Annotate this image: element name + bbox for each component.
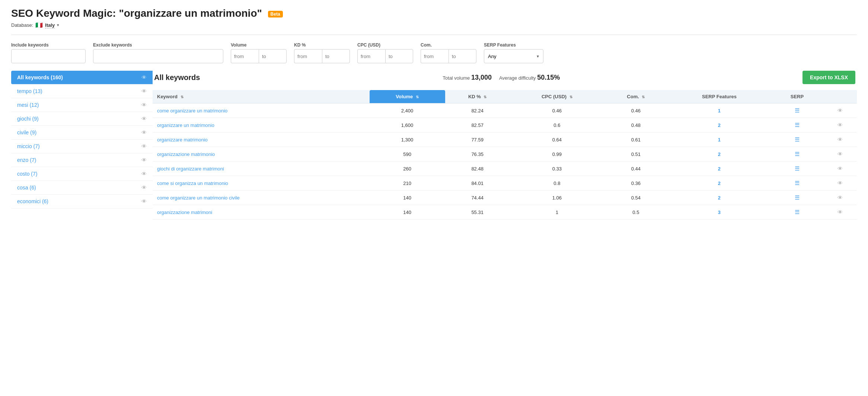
serp-count[interactable]: 3 <box>718 210 721 215</box>
kd-to-input[interactable] <box>322 49 350 63</box>
kd-cell: 82.48 <box>445 162 510 176</box>
col-volume[interactable]: Volume ⇅ <box>370 90 445 103</box>
table-row: organizzare matrimonio 1,300 77.59 0.64 … <box>153 132 857 147</box>
title-prefix: SEO Keyword Magic: <box>11 7 119 19</box>
keyword-link[interactable]: organizzare matrimonio <box>157 137 208 143</box>
keyword-link[interactable]: organizzare un matrimonio <box>157 122 214 128</box>
keyword-link[interactable]: organizzazione matrimonio <box>157 151 215 157</box>
eye-cell: 👁 <box>823 162 857 176</box>
volume-cell: 140 <box>370 205 445 220</box>
volume-cell: 1,300 <box>370 132 445 147</box>
volume-from-input[interactable] <box>231 49 259 63</box>
com-from-input[interactable] <box>421 49 449 63</box>
serp-icon-cell: ☰ <box>771 205 823 220</box>
eye-cell: 👁 <box>823 176 857 191</box>
table-body: come organizzare un matrimonio 2,400 82.… <box>153 103 857 220</box>
sidebar-miccio-label: miccio (7) <box>17 143 40 149</box>
beta-badge: Beta <box>268 11 283 17</box>
eye-cell: 👁 <box>823 205 857 220</box>
cpc-cell: 0.33 <box>510 162 604 176</box>
sidebar-item-enzo[interactable]: enzo (7) 👁 <box>11 153 153 167</box>
include-keywords-label: Include keywords <box>11 42 86 48</box>
com-label: Com. <box>421 42 476 48</box>
volume-range <box>231 49 287 63</box>
col-com[interactable]: Com. ⇅ <box>604 90 668 103</box>
exclude-keywords-input[interactable] <box>93 49 223 63</box>
volume-group: Volume <box>231 42 287 63</box>
cpc-to-input[interactable] <box>385 49 413 63</box>
eye-icon: 👁 <box>141 74 147 80</box>
eye-icon: 👁 <box>141 143 147 149</box>
table-icon[interactable]: ☰ <box>795 136 800 143</box>
table-icon[interactable]: ☰ <box>795 151 800 157</box>
serp-count[interactable]: 2 <box>718 122 721 128</box>
database-selector[interactable]: Italy <box>45 22 55 28</box>
sidebar-item-miccio[interactable]: miccio (7) 👁 <box>11 140 153 153</box>
serp-features-cell: 1 <box>668 103 771 118</box>
sort-arrows-icon: ⇅ <box>642 95 645 99</box>
table-icon[interactable]: ☰ <box>795 194 800 201</box>
eye-icon[interactable]: 👁 <box>837 195 843 201</box>
serp-count[interactable]: 1 <box>718 108 721 114</box>
sidebar-item-tempo[interactable]: tempo (13) 👁 <box>11 84 153 98</box>
com-cell: 0.51 <box>604 147 668 162</box>
sidebar-item-civile[interactable]: civile (9) 👁 <box>11 126 153 140</box>
keyword-link[interactable]: organizzazione matrimoni <box>157 210 212 215</box>
com-cell: 0.36 <box>604 176 668 191</box>
serp-features-select[interactable]: Any Reviews Featured Snippet Image Pack … <box>484 49 543 63</box>
keywords-area: All keywords Total volume 13,000 Average… <box>153 71 857 220</box>
keyword-link[interactable]: giochi di organizzare matrimoni <box>157 166 224 172</box>
serp-icon-cell: ☰ <box>771 176 823 191</box>
database-label: Database: <box>11 22 33 28</box>
eye-icon[interactable]: 👁 <box>837 108 843 114</box>
col-kd[interactable]: KD % ⇅ <box>445 90 510 103</box>
eye-icon[interactable]: 👁 <box>837 209 843 215</box>
eye-icon[interactable]: 👁 <box>837 151 843 157</box>
sidebar-item-giochi[interactable]: giochi (9) 👁 <box>11 112 153 126</box>
volume-cell: 590 <box>370 147 445 162</box>
sidebar-item-economici[interactable]: economici (6) 👁 <box>11 195 153 208</box>
keyword-cell: organizzazione matrimonio <box>153 147 370 162</box>
table-row: organizzazione matrimonio 590 76.35 0.99… <box>153 147 857 162</box>
serp-count[interactable]: 2 <box>718 151 721 157</box>
sidebar-item-mesi[interactable]: mesi (12) 👁 <box>11 98 153 112</box>
eye-icon[interactable]: 👁 <box>837 180 843 186</box>
kd-from-input[interactable] <box>294 49 322 63</box>
keyword-link[interactable]: come organizzare un matrimonio <box>157 108 227 114</box>
serp-count[interactable]: 2 <box>718 181 721 186</box>
com-to-input[interactable] <box>449 49 476 63</box>
sidebar-item-all[interactable]: All keywords (160) 👁 <box>11 71 153 84</box>
eye-icon[interactable]: 👁 <box>837 137 843 143</box>
export-button[interactable]: Export to XLSX <box>802 71 855 84</box>
kd-group: KD % <box>294 42 350 63</box>
sidebar-all-label: All keywords (160) <box>17 74 63 80</box>
serp-features-cell: 2 <box>668 147 771 162</box>
divider <box>11 35 857 35</box>
cpc-from-input[interactable] <box>357 49 385 63</box>
eye-icon[interactable]: 👁 <box>837 122 843 128</box>
serp-count[interactable]: 1 <box>718 137 721 143</box>
eye-cell: 👁 <box>823 132 857 147</box>
table-icon[interactable]: ☰ <box>795 180 800 186</box>
eye-icon: 👁 <box>141 102 147 108</box>
eye-cell: 👁 <box>823 103 857 118</box>
eye-icon[interactable]: 👁 <box>837 166 843 172</box>
serp-count[interactable]: 2 <box>718 166 721 172</box>
table-icon[interactable]: ☰ <box>795 165 800 172</box>
keyword-cell: giochi di organizzare matrimoni <box>153 162 370 176</box>
serp-select-wrapper: Any Reviews Featured Snippet Image Pack … <box>484 49 543 63</box>
sidebar-item-costo[interactable]: costo (7) 👁 <box>11 167 153 181</box>
table-icon[interactable]: ☰ <box>795 107 800 114</box>
sidebar-cosa-label: cosa (6) <box>17 185 36 191</box>
sidebar-item-cosa[interactable]: cosa (6) 👁 <box>11 181 153 195</box>
table-icon[interactable]: ☰ <box>795 209 800 215</box>
table-icon[interactable]: ☰ <box>795 122 800 128</box>
keyword-link[interactable]: come organizzare un matrimonio civile <box>157 195 240 201</box>
col-keyword[interactable]: Keyword ⇅ <box>153 90 370 103</box>
volume-to-input[interactable] <box>259 49 287 63</box>
serp-count[interactable]: 2 <box>718 195 721 201</box>
keyword-link[interactable]: come si organizza un matrimonio <box>157 181 228 186</box>
include-keywords-input[interactable] <box>11 49 86 63</box>
sort-arrows-icon: ⇅ <box>416 95 419 99</box>
col-cpc[interactable]: CPC (USD) ⇅ <box>510 90 604 103</box>
